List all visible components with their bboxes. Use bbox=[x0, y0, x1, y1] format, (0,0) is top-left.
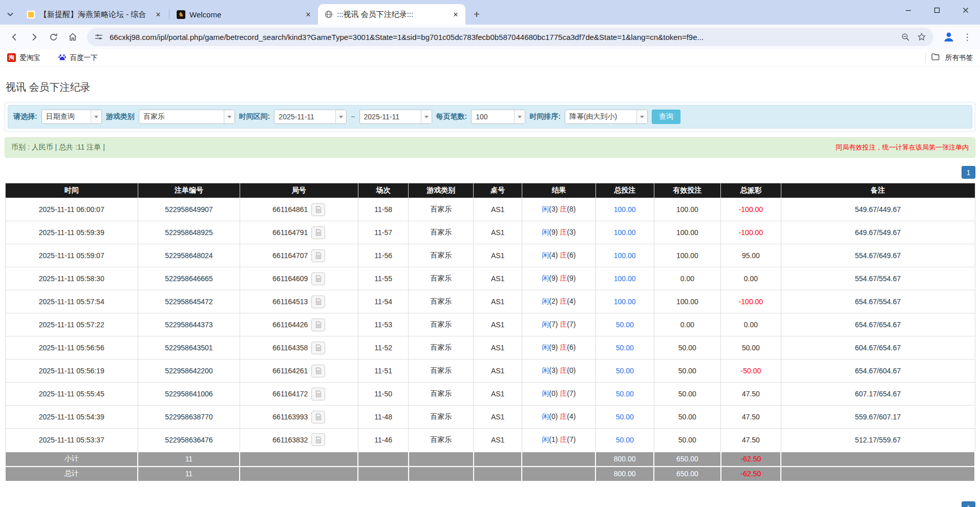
banker-result: 庄 bbox=[560, 366, 567, 374]
round-cell: 661163832 bbox=[240, 429, 358, 452]
tab-strip: 【新提醒】海燕策略论坛 - 综合 ✕ ♞ Welcome ✕ :::视讯 会员下… bbox=[0, 0, 980, 25]
game-type-cell: 百家乐 bbox=[409, 198, 474, 221]
tilde-separator: ~ bbox=[351, 113, 355, 121]
game-type-cell: 百家乐 bbox=[409, 336, 474, 360]
replay-button[interactable] bbox=[311, 319, 325, 331]
total-bet-cell[interactable]: 100.00 bbox=[595, 244, 654, 267]
all-bookmarks[interactable]: 所有书签 bbox=[925, 52, 973, 63]
summary-cell bbox=[522, 467, 595, 481]
round-cell: 661164426 bbox=[240, 313, 358, 336]
replay-button[interactable] bbox=[311, 203, 325, 216]
note-cell: 654.67/654.67 bbox=[781, 313, 975, 336]
bookmark-taobao[interactable]: 淘 爱淘宝 bbox=[7, 53, 40, 62]
minimize-button[interactable] bbox=[894, 0, 923, 20]
tab-welcome[interactable]: ♞ Welcome ✕ bbox=[171, 4, 318, 25]
query-type-select[interactable]: 日期查询 bbox=[41, 110, 102, 124]
dropdown-arrow-icon[interactable] bbox=[636, 110, 647, 123]
bookmark-baidu[interactable]: 百度一下 bbox=[58, 53, 98, 63]
round-number: 661164513 bbox=[272, 298, 308, 306]
valid-bet-cell: 50.00 bbox=[654, 336, 721, 360]
replay-button[interactable] bbox=[311, 388, 325, 400]
tab-bet-record[interactable]: :::视讯 会员下注纪录::: ✕ bbox=[318, 4, 465, 25]
total-bet-cell[interactable]: 50.00 bbox=[595, 336, 654, 360]
close-icon[interactable]: ✕ bbox=[153, 9, 164, 20]
round-cell: 661164707 bbox=[240, 244, 358, 267]
total-bet-cell[interactable]: 50.00 bbox=[595, 313, 654, 336]
column-header: 备注 bbox=[781, 183, 975, 198]
total-bet-cell[interactable]: 50.00 bbox=[595, 383, 654, 406]
total-bet-cell[interactable]: 100.00 bbox=[595, 198, 654, 221]
site-settings-icon[interactable] bbox=[93, 31, 104, 43]
date-to-select[interactable]: 2025-11-11 bbox=[359, 110, 432, 124]
total-bet-cell[interactable]: 100.00 bbox=[595, 221, 654, 244]
date-from-select[interactable]: 2025-11-11 bbox=[274, 110, 347, 124]
time-cell: 2025-11-11 05:56:19 bbox=[5, 360, 138, 383]
round-number: 661164791 bbox=[272, 228, 308, 237]
table-row: 2025-11-11 06:00:07522958649907661164861… bbox=[5, 198, 975, 221]
page-number-button-bottom[interactable]: 1 bbox=[962, 501, 975, 507]
round-cell: 661164172 bbox=[240, 383, 358, 406]
zoom-icon[interactable] bbox=[900, 31, 911, 43]
time-cell: 2025-11-11 05:57:22 bbox=[5, 313, 138, 336]
profile-avatar[interactable] bbox=[942, 30, 955, 44]
close-window-button[interactable] bbox=[951, 0, 980, 20]
replay-button[interactable] bbox=[311, 249, 325, 262]
tab-search-button[interactable] bbox=[0, 4, 20, 25]
dropdown-arrow-icon[interactable] bbox=[421, 110, 432, 123]
total-bet-cell[interactable]: 50.00 bbox=[595, 360, 654, 383]
tab-forum[interactable]: 【新提醒】海燕策略论坛 - 综合 ✕ bbox=[20, 4, 168, 25]
replay-button[interactable] bbox=[311, 272, 325, 285]
dropdown-arrow-icon[interactable] bbox=[91, 110, 101, 123]
banker-result: 庄 bbox=[560, 297, 567, 305]
bet-record-table: 时间注单编号局号场次游戏类别桌号结果总投注有效投注总派彩备注 2025-11-1… bbox=[5, 183, 975, 482]
game-type-select[interactable]: 百家乐 bbox=[139, 110, 235, 124]
replay-button[interactable] bbox=[311, 226, 325, 239]
payout-cell: 95.00 bbox=[721, 244, 781, 267]
summary-cell: -62.50 bbox=[721, 452, 781, 467]
forward-arrow-icon bbox=[29, 32, 39, 42]
bookmarks-bar: 淘 爱淘宝 百度一下 所有书签 bbox=[0, 49, 980, 67]
replay-button[interactable] bbox=[311, 365, 325, 377]
total-bet-cell[interactable]: 50.00 bbox=[595, 406, 654, 429]
total-bet-cell[interactable]: 100.00 bbox=[595, 290, 654, 313]
payout-cell: 47.50 bbox=[721, 429, 781, 452]
replay-button[interactable] bbox=[311, 411, 325, 424]
table-no-cell: AS1 bbox=[474, 244, 522, 267]
url-text[interactable]: 66cxkj98.com/ipl/portal.php/game/betreco… bbox=[110, 33, 894, 41]
dropdown-arrow-icon[interactable] bbox=[335, 110, 346, 123]
maximize-button[interactable] bbox=[923, 0, 951, 20]
close-icon[interactable]: ✕ bbox=[450, 9, 461, 20]
reload-button[interactable] bbox=[44, 28, 62, 46]
forward-button[interactable] bbox=[25, 28, 43, 46]
tab-title: 【新提醒】海燕策略论坛 - 综合 bbox=[39, 10, 148, 19]
session-cell: 11-53 bbox=[358, 313, 408, 336]
replay-button[interactable] bbox=[311, 342, 325, 354]
bet-id-cell: 522958645472 bbox=[138, 290, 240, 313]
new-tab-button[interactable]: + bbox=[468, 6, 485, 23]
close-icon[interactable]: ✕ bbox=[303, 9, 314, 20]
bookmark-star-icon[interactable] bbox=[916, 31, 927, 43]
column-header: 有效投注 bbox=[654, 183, 721, 198]
total-bet-cell[interactable]: 50.00 bbox=[595, 429, 654, 452]
time-cell: 2025-11-11 05:54:39 bbox=[5, 406, 138, 429]
bet-id-cell: 522958646665 bbox=[138, 267, 240, 290]
dropdown-arrow-icon[interactable] bbox=[514, 110, 525, 123]
omnibox[interactable]: 66cxkj98.com/ipl/portal.php/game/betreco… bbox=[87, 28, 933, 46]
back-button[interactable] bbox=[5, 28, 24, 46]
home-button[interactable] bbox=[63, 28, 82, 46]
filter-bar: 请选择: 日期查询 游戏类别 百家乐 时间区间: 2025-11-11 ~ 20… bbox=[8, 105, 972, 129]
bet-id-cell: 522958642200 bbox=[138, 360, 240, 383]
replay-button[interactable] bbox=[311, 433, 325, 446]
valid-bet-cell: 100.00 bbox=[654, 198, 721, 221]
total-bet-cell[interactable]: 100.00 bbox=[595, 267, 654, 290]
browser-menu-button[interactable]: ⋮ bbox=[960, 29, 975, 45]
page-number-button[interactable]: 1 bbox=[962, 166, 975, 179]
dropdown-arrow-icon[interactable] bbox=[224, 110, 235, 123]
sort-select[interactable]: 降幂(由大到小) bbox=[565, 110, 648, 124]
game-type-value: 百家乐 bbox=[139, 110, 224, 123]
replay-button[interactable] bbox=[311, 295, 325, 308]
all-bookmarks-label: 所有书签 bbox=[945, 53, 973, 62]
page-size-select[interactable]: 100 bbox=[471, 110, 525, 124]
search-button[interactable]: 查询 bbox=[652, 110, 680, 124]
taobao-icon: 淘 bbox=[7, 53, 16, 62]
